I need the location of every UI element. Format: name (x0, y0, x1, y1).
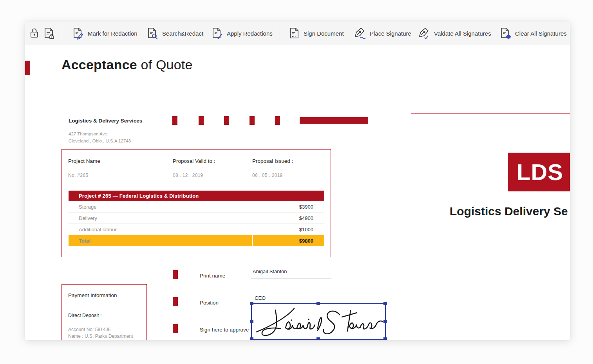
position-label: Position (200, 300, 219, 306)
row-name: Additional labour (69, 227, 252, 232)
table-row: Delivery $4900 (69, 213, 324, 224)
resize-handle-n[interactable] (316, 302, 320, 305)
payment-method: Direct Deposit : (68, 313, 101, 318)
decor-red-square (224, 116, 229, 125)
resize-handle-w[interactable] (250, 320, 253, 323)
document-page: Acceptance of Quote Logistics & Delivery… (25, 45, 570, 340)
lock-icon (29, 27, 40, 40)
proposal-valid-label: Proposal Valid to : (173, 158, 215, 164)
sign-document-label: Sign Document (304, 30, 344, 37)
toolbar: Mark for Redaction Search&Redact Apply R… (25, 22, 570, 45)
validate-all-signatures-label: Valdate All Signatures (434, 30, 491, 37)
clear-all-signatures-label: Clear All Signatures (515, 30, 567, 37)
print-name-label: Print name (200, 273, 225, 279)
search-redact-button[interactable]: Search&Redact (147, 22, 203, 45)
print-name-underline (251, 278, 331, 279)
sign-document-button[interactable]: Sign Document (289, 22, 344, 45)
position-field[interactable]: CEO (255, 295, 266, 301)
apply-redactions-button[interactable]: Apply Redactions (212, 22, 273, 45)
place-signature-label: Place Signature (370, 30, 411, 37)
pricing-table: Project # 265 — Federal Logistics & Dist… (69, 191, 324, 246)
bullet-sign-here (173, 324, 178, 333)
lock-button[interactable] (29, 22, 40, 45)
row-amount: $1000 (252, 224, 324, 235)
total-amount: $9800 (252, 235, 324, 246)
table-total-row: Total $9800 (69, 235, 324, 246)
document-eraser-icon (500, 27, 512, 40)
row-name: Storage (69, 204, 252, 210)
payment-info-title: Payment Information (68, 292, 117, 298)
toolbar-divider (62, 27, 62, 40)
document-lock-button[interactable] (43, 22, 56, 45)
table-row: Storage $3900 (69, 201, 324, 213)
proposal-issued-value: 06 . 05 . 2019 (252, 173, 283, 178)
print-name-field[interactable]: Abigail Stanton (253, 268, 287, 274)
proposal-valid-value: 08 . 12 . 2019 (173, 173, 203, 178)
decor-red-square (172, 116, 177, 125)
logo-company-name: Logistics Delivery Se (450, 205, 568, 218)
resize-handle-se[interactable] (383, 337, 387, 340)
signature-drawing (255, 306, 384, 340)
page-title-rest: of Quote (137, 57, 193, 72)
decor-red-square (249, 116, 255, 125)
clear-all-signatures-button[interactable]: Clear All Signatures (500, 22, 567, 45)
company-name: Logistics & Delivery Services (69, 118, 142, 124)
page-title: Acceptance of Quote (61, 57, 193, 72)
decor-red-square (199, 116, 204, 125)
title-accent-bar (25, 61, 30, 75)
row-amount: $3900 (252, 201, 324, 212)
row-amount: $4900 (252, 213, 324, 223)
table-row: Additional labour $1000 (69, 224, 324, 235)
bullet-position (173, 297, 178, 306)
signature-annotation[interactable] (251, 303, 386, 340)
project-name-label: Project Name (68, 158, 100, 164)
pricing-table-header: Project # 265 — Federal Logistics & Dist… (69, 191, 324, 201)
search-redact-label: Search&Redact (162, 30, 203, 37)
lds-logo: LDS (508, 153, 570, 191)
resize-handle-s[interactable] (316, 337, 320, 340)
sign-here-label: Sign here to approve (200, 327, 249, 333)
resize-handle-sw[interactable] (250, 337, 253, 340)
resize-handle-ne[interactable] (383, 302, 387, 305)
decor-red-square (275, 116, 280, 125)
project-name-value: No. #265 (68, 173, 88, 178)
toolbar-divider (280, 27, 280, 40)
company-address-line2: Cleveland , Ohio , U.S.A 12743 (69, 139, 131, 143)
place-signature-button[interactable]: Place Signature (354, 22, 411, 45)
apply-redactions-label: Apply Redactions (227, 30, 273, 37)
document-lock-icon (43, 27, 56, 40)
payment-account: Account No: 5914J6 (68, 327, 110, 332)
lds-logo-text: LDS (517, 159, 563, 185)
proposal-issued-label: Proposal Issued : (252, 158, 293, 164)
bullet-print-name (173, 270, 178, 279)
app-window: Mark for Redaction Search&Redact Apply R… (25, 22, 570, 340)
mark-for-redaction-button[interactable]: Mark for Redaction (72, 22, 137, 45)
resize-handle-nw[interactable] (250, 302, 253, 305)
mark-for-redaction-label: Mark for Redaction (88, 30, 137, 37)
page-title-bold: Acceptance (61, 57, 137, 72)
document-pencil-icon (72, 27, 84, 40)
document-check-icon (212, 27, 223, 40)
total-label: Total (69, 238, 252, 244)
row-name: Delivery (69, 215, 252, 221)
document-signature-icon (289, 27, 300, 40)
decor-red-bar (300, 117, 368, 124)
payment-name: Name : U.S. Parks Department (68, 333, 133, 339)
pen-nib-check-icon (418, 27, 430, 40)
resize-handle-e[interactable] (383, 320, 387, 323)
company-address-line1: 427 Thompson Ave. (69, 132, 108, 136)
validate-all-signatures-button[interactable]: Valdate All Signatures (418, 22, 491, 45)
pen-nib-icon (354, 27, 366, 40)
document-magnifier-icon (147, 27, 159, 40)
